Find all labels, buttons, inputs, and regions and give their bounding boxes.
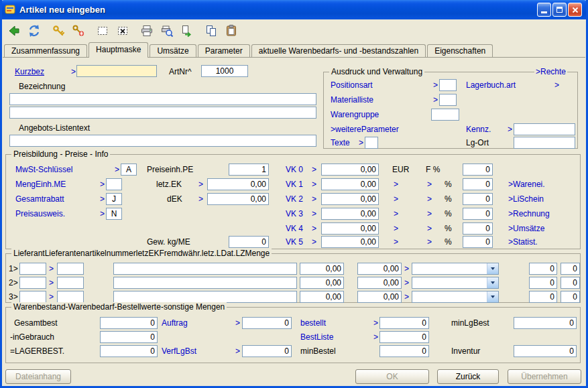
mwst-input[interactable] bbox=[121, 164, 137, 176]
lieferant2-kuerzel-input[interactable] bbox=[57, 277, 84, 289]
key-button[interactable] bbox=[50, 22, 67, 40]
gesamtrabatt-link[interactable]: Gesamtrabatt bbox=[15, 194, 64, 204]
bestellt-link[interactable]: bestellt bbox=[300, 318, 326, 328]
lieferant3-artikelnummer-input[interactable] bbox=[113, 291, 297, 303]
dek-input[interactable] bbox=[207, 193, 269, 205]
artnr-input[interactable] bbox=[201, 65, 248, 77]
preisausweis-link[interactable]: Preisausweis. bbox=[15, 209, 65, 218]
tab-warenbedarf[interactable]: aktuelle Warenbedarfs- und -bestandszahl… bbox=[251, 44, 426, 57]
vk5-rabatt-arrow[interactable]: > bbox=[394, 237, 398, 247]
key-action-button[interactable] bbox=[70, 22, 87, 40]
gesamtrabatt-arrow[interactable]: > bbox=[100, 194, 105, 204]
tab-eigenschaften[interactable]: Eigenschaften bbox=[427, 44, 493, 57]
letzek-input[interactable] bbox=[207, 178, 269, 190]
inventur-input[interactable] bbox=[514, 345, 577, 357]
lieferant3-menge-input[interactable] bbox=[561, 291, 580, 303]
lieferant2-arrow[interactable]: > bbox=[49, 278, 54, 287]
texte-arrow[interactable]: > bbox=[359, 138, 363, 147]
export-button[interactable] bbox=[178, 22, 196, 40]
lieferant1-letzek-input[interactable] bbox=[300, 263, 344, 275]
vk2-link[interactable]: VK 2 bbox=[286, 194, 303, 204]
paste-button[interactable] bbox=[223, 22, 240, 40]
copy-button[interactable] bbox=[202, 22, 220, 40]
vk1-link[interactable]: VK 1 bbox=[286, 180, 303, 189]
materialliste-link[interactable]: Materialliste bbox=[331, 95, 373, 105]
auftrag-link[interactable]: Auftrag bbox=[162, 318, 188, 328]
print-button[interactable] bbox=[138, 22, 156, 40]
lieferant1-ldat-arrow[interactable]: > bbox=[404, 264, 409, 273]
vk2-percent-input[interactable] bbox=[463, 193, 493, 205]
vk3-percent-input[interactable] bbox=[463, 208, 493, 220]
tab-parameter[interactable]: Parameter bbox=[198, 44, 250, 57]
combo-dropdown-button[interactable] bbox=[487, 292, 498, 302]
preisausweis-arrow[interactable]: > bbox=[100, 209, 105, 218]
lieferant2-fremdwaehrung-input[interactable] bbox=[357, 277, 402, 289]
auftrag-arrow[interactable]: > bbox=[235, 318, 240, 328]
lgort-input[interactable] bbox=[514, 137, 575, 149]
gew-input[interactable] bbox=[229, 236, 269, 248]
statist-link[interactable]: >Statist. bbox=[508, 237, 538, 247]
auftrag-input[interactable] bbox=[242, 317, 292, 329]
vk0-link[interactable]: VK 0 bbox=[286, 165, 303, 174]
vk2-arrow[interactable]: > bbox=[312, 194, 316, 204]
mwst-arrow[interactable]: > bbox=[115, 165, 119, 174]
zurueck-button[interactable]: Zurück bbox=[437, 369, 499, 384]
mwst-schluessel-link[interactable]: MwSt-Schlüssel bbox=[15, 165, 72, 174]
gesamtbest-input[interactable] bbox=[100, 317, 158, 329]
bestellt-input[interactable] bbox=[379, 317, 429, 329]
lieferant3-arrow[interactable]: > bbox=[49, 292, 54, 302]
angebots-listentext-input[interactable] bbox=[9, 135, 316, 147]
tab-umsaetze[interactable]: Umsätze bbox=[150, 44, 196, 57]
lieferant1-ldat-combo[interactable] bbox=[412, 263, 499, 275]
close-button[interactable] bbox=[568, 3, 582, 17]
lieferant3-ldat-arrow[interactable]: > bbox=[404, 292, 409, 302]
vk3-input[interactable] bbox=[321, 208, 379, 220]
vk1-rabatt-arrow[interactable]: > bbox=[394, 180, 398, 189]
lieferant1-fremdwaehrung-input[interactable] bbox=[357, 263, 402, 275]
lieferant2-letzek-input[interactable] bbox=[300, 277, 344, 289]
vk2-rabatt-arrow[interactable]: > bbox=[394, 194, 398, 204]
warenei-link[interactable]: >Warenei. bbox=[508, 180, 545, 189]
weitere-parameter-link[interactable]: >weitereParameter bbox=[331, 125, 399, 134]
verflgbst-arrow[interactable]: > bbox=[235, 346, 240, 356]
lieferant3-lz-input[interactable] bbox=[529, 291, 557, 303]
verflgbst-input[interactable] bbox=[242, 345, 292, 357]
lieferant2-ldat-arrow[interactable]: > bbox=[404, 278, 409, 287]
preiseinh-input[interactable] bbox=[229, 164, 269, 176]
lieferant2-artikelnummer-input[interactable] bbox=[113, 277, 297, 289]
maximize-button[interactable] bbox=[552, 3, 567, 17]
lieferant1-arrow[interactable]: > bbox=[49, 264, 54, 273]
lagerbuchart-link[interactable]: Lagerbuch.art bbox=[466, 80, 516, 90]
combo-dropdown-button[interactable] bbox=[487, 263, 498, 274]
ok-button[interactable]: OK bbox=[355, 369, 429, 384]
vk1-f-arrow[interactable]: > bbox=[427, 180, 432, 189]
tab-zusammenfassung[interactable]: Zusammenfassung bbox=[4, 44, 87, 57]
rechte-link[interactable]: >Rechte bbox=[534, 67, 567, 76]
selection-button[interactable] bbox=[94, 22, 111, 40]
minbestel-input[interactable] bbox=[379, 345, 429, 357]
verflgbst-link[interactable]: VerfLgBst bbox=[162, 346, 196, 356]
vk4-link[interactable]: VK 4 bbox=[286, 224, 303, 233]
vk4-arrow[interactable]: > bbox=[312, 224, 316, 233]
lieferant1-menge-input[interactable] bbox=[561, 263, 580, 275]
warengruppe-input[interactable] bbox=[431, 109, 459, 121]
kurzbez-link[interactable]: Kurzbez bbox=[15, 67, 44, 76]
vk0-arrow[interactable]: > bbox=[312, 165, 316, 174]
minlgbest-input[interactable] bbox=[514, 317, 577, 329]
minimize-button[interactable] bbox=[537, 3, 551, 17]
lagerbuchart-arrow[interactable]: > bbox=[554, 80, 559, 90]
lieferant1-kuerzel-input[interactable] bbox=[57, 263, 84, 275]
mengeinh-arrow[interactable]: > bbox=[100, 180, 105, 189]
vk5-percent-input[interactable] bbox=[463, 236, 493, 248]
vk3-rabatt-arrow[interactable]: > bbox=[394, 209, 398, 218]
texte-link[interactable]: Texte bbox=[331, 138, 350, 147]
bestellt-arrow[interactable]: > bbox=[373, 318, 378, 328]
vk2-f-arrow[interactable]: > bbox=[427, 194, 432, 204]
lieferant3-nr-input[interactable] bbox=[19, 291, 46, 303]
lieferant2-nr-input[interactable] bbox=[19, 277, 46, 289]
lieferant1-lz-input[interactable] bbox=[529, 263, 557, 275]
vk3-f-arrow[interactable]: > bbox=[427, 209, 432, 218]
refresh-button[interactable] bbox=[25, 22, 43, 40]
bezeichnung-input-1[interactable] bbox=[9, 93, 316, 105]
vk5-link[interactable]: VK 5 bbox=[286, 237, 303, 247]
